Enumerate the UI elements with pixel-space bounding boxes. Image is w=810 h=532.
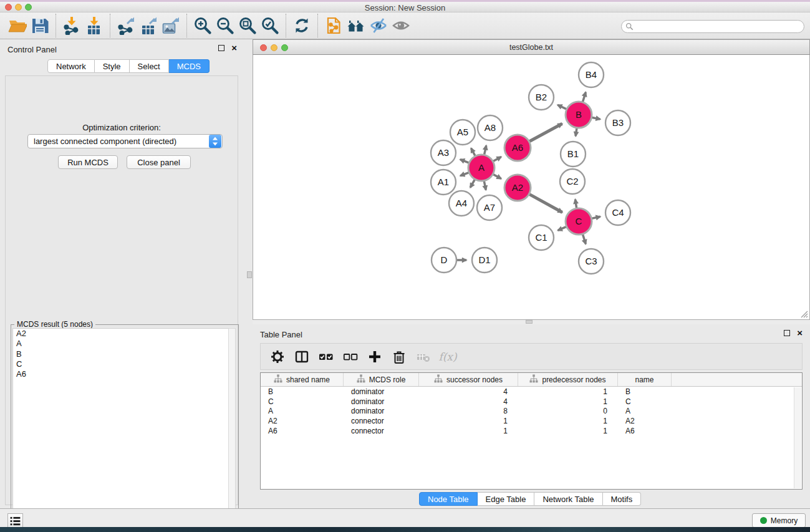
close-panel-icon[interactable]: × — [797, 327, 803, 339]
graph-node-B3[interactable]: B3 — [605, 110, 630, 135]
table-cell: 8 — [419, 407, 518, 415]
graph-node-D1[interactable]: D1 — [472, 248, 497, 273]
gear-icon[interactable] — [269, 349, 286, 365]
node-label: A2 — [512, 182, 523, 193]
optimization-criterion-select[interactable]: largest connected component (directed) — [27, 134, 223, 148]
column-header-MCDS-role[interactable]: MCDS role — [344, 373, 419, 386]
add-icon[interactable] — [367, 349, 383, 365]
houses-icon[interactable] — [345, 14, 367, 37]
node-label: B2 — [536, 92, 547, 102]
graph-edge-B-B2[interactable] — [557, 105, 567, 109]
column-label: name — [635, 375, 653, 384]
zoom-selected-icon[interactable] — [259, 14, 281, 37]
graph-node-C3[interactable]: C3 — [579, 249, 604, 274]
graph-node-A8[interactable]: A8 — [478, 115, 503, 140]
tab-edge-table[interactable]: Edge Table — [478, 492, 535, 506]
graph-node-A[interactable]: A — [468, 155, 494, 181]
resize-grip-icon[interactable] — [800, 310, 808, 318]
tab-node-table[interactable]: Node Table — [419, 492, 478, 506]
graph-node-C[interactable]: C — [566, 208, 592, 235]
eye-slash-icon[interactable] — [367, 14, 390, 37]
delete-icon[interactable] — [391, 349, 407, 365]
table-panel-header: Table Panel × — [253, 324, 810, 343]
network-view-window: testGlobe.txt B4B2BB3A8A5A6A3B1AC2A1A2A4… — [253, 39, 810, 320]
column-header-successor-nodes[interactable]: successor nodes — [419, 373, 518, 386]
zoom-in-icon[interactable] — [191, 14, 214, 37]
float-panel-icon[interactable] — [784, 330, 790, 336]
column-header-predecessor-nodes[interactable]: predecessor nodes — [518, 373, 618, 386]
tab-mcds[interactable]: MCDS — [169, 59, 210, 73]
result-list-item[interactable]: A2 — [13, 329, 229, 339]
graph-edge-A6-B[interactable] — [529, 123, 562, 142]
table-row[interactable]: Cdominator41C — [261, 397, 802, 407]
horizontal-split-handle[interactable] — [526, 320, 533, 324]
table-row[interactable]: A6connector11A6 — [261, 426, 802, 436]
result-list-item[interactable]: A — [13, 339, 229, 349]
graph-node-A5[interactable]: A5 — [450, 120, 475, 145]
close-panel-icon[interactable]: × — [231, 42, 237, 54]
graph-node-B2[interactable]: B2 — [529, 85, 554, 110]
table-row[interactable]: Adominator80A — [261, 406, 802, 416]
save-icon[interactable] — [29, 14, 51, 37]
select-all-icon[interactable] — [318, 349, 334, 365]
table-row[interactable]: A2connector11A2 — [261, 416, 802, 426]
graph-node-A6[interactable]: A6 — [504, 135, 531, 161]
graph-node-A7[interactable]: A7 — [477, 195, 502, 220]
search-box — [621, 20, 804, 33]
table-scrollbar[interactable] — [794, 387, 801, 488]
graph-edge-B-B4[interactable] — [582, 92, 586, 103]
refresh-icon[interactable] — [291, 14, 313, 37]
import-network-icon[interactable] — [60, 14, 83, 37]
columns-icon[interactable] — [294, 349, 310, 365]
zoom-fit-icon[interactable] — [236, 14, 259, 37]
table-cell: 4 — [419, 397, 518, 406]
zoom-out-icon[interactable] — [214, 14, 236, 37]
eye-icon[interactable] — [390, 14, 412, 37]
result-list-item[interactable]: C — [13, 359, 229, 369]
document-share-icon[interactable] — [322, 14, 345, 37]
result-list-scrollbar[interactable] — [228, 328, 236, 532]
graph-node-C4[interactable]: C4 — [605, 200, 630, 225]
toolbar-separator — [317, 14, 318, 37]
column-label: MCDS role — [369, 375, 406, 384]
deselect-all-icon[interactable] — [342, 349, 359, 365]
result-list-item[interactable]: B — [13, 349, 229, 359]
graph-node-B1[interactable]: B1 — [561, 142, 586, 167]
network-canvas[interactable]: B4B2BB3A8A5A6A3B1AC2A1A2A4A7C4CC1DD1C3 — [253, 55, 810, 320]
tab-network[interactable]: Network — [47, 59, 95, 73]
column-header-shared-name[interactable]: shared name — [261, 373, 344, 386]
split-divider-handle[interactable] — [247, 271, 252, 278]
graph-node-A3[interactable]: A3 — [431, 140, 456, 165]
search-input[interactable] — [621, 20, 804, 33]
vertical-split-divider[interactable] — [243, 39, 253, 508]
tab-network-table[interactable]: Network Table — [534, 492, 602, 506]
open-folder-icon[interactable] — [6, 14, 29, 37]
graph-edge-C-C3[interactable] — [582, 233, 586, 244]
graph-node-A1[interactable]: A1 — [431, 170, 456, 195]
graph-node-B[interactable]: B — [566, 102, 592, 128]
tab-style[interactable]: Style — [95, 59, 130, 73]
close-panel-button[interactable]: Close panel — [127, 155, 191, 169]
tab-motifs[interactable]: Motifs — [603, 492, 642, 506]
graph-node-A2[interactable]: A2 — [504, 175, 531, 201]
mcds-result-list[interactable]: A2ABCA6 — [12, 328, 229, 532]
graph-edge-A2-C[interactable] — [529, 194, 562, 213]
graph-node-A4[interactable]: A4 — [449, 191, 474, 216]
export-table-icon[interactable] — [137, 14, 160, 37]
graph-node-C2[interactable]: C2 — [560, 169, 585, 194]
graph-node-B4[interactable]: B4 — [579, 62, 604, 87]
result-list-item[interactable]: A6 — [13, 369, 229, 379]
task-history-button[interactable] — [7, 513, 23, 528]
network-window-titlebar[interactable]: testGlobe.txt — [253, 39, 810, 55]
table-row[interactable]: Bdominator41B — [261, 387, 802, 397]
graph-node-C1[interactable]: C1 — [529, 225, 554, 250]
run-mcds-button[interactable]: Run MCDS — [58, 155, 118, 169]
column-header-name[interactable]: name — [618, 373, 672, 386]
memory-button[interactable]: Memory — [752, 513, 806, 528]
tab-select[interactable]: Select — [130, 59, 169, 73]
export-image-icon[interactable] — [160, 14, 182, 37]
export-network-icon[interactable] — [115, 14, 137, 37]
graph-node-D[interactable]: D — [432, 248, 456, 273]
float-panel-icon[interactable] — [218, 45, 224, 51]
import-table-icon[interactable] — [83, 14, 105, 37]
